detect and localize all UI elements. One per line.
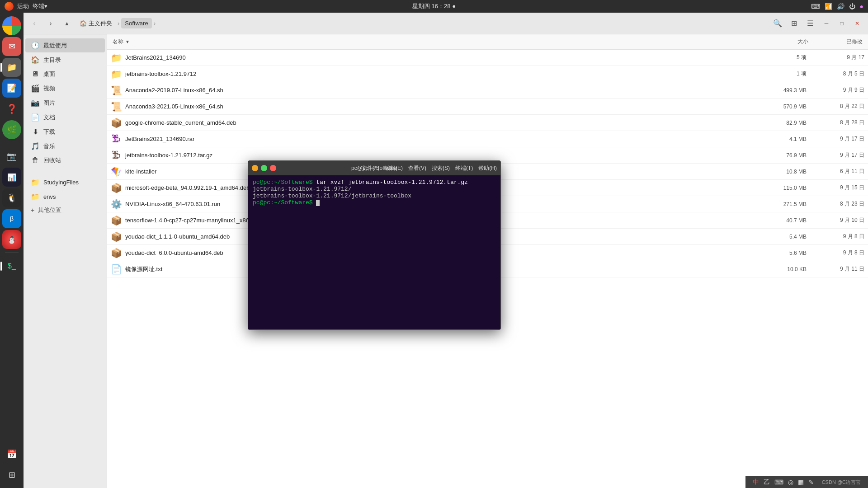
- activities-label[interactable]: 活动: [17, 2, 29, 10]
- taskbar-penguin[interactable]: 🐧: [2, 188, 21, 207]
- taskbar-camera[interactable]: 📷: [2, 147, 21, 166]
- file-icon: 📦: [111, 117, 122, 128]
- sidebar-item-pictures[interactable]: 📷 图片: [25, 96, 105, 110]
- terminal-output-2: jetbrains-toolbox-1.21.9712/jetbrains-to…: [253, 192, 411, 199]
- breadcrumb-home[interactable]: 🏠 主文件夹: [76, 18, 116, 29]
- terminal-window[interactable]: pc@pc: ~/Software 文件(F) 编辑(E) 查看(V) 搜索(S…: [248, 160, 501, 330]
- tray-input-2[interactable]: 乙: [764, 478, 770, 486]
- file-name: JetBrains2021_134690: [125, 54, 186, 61]
- file-name: jetbrains-toolbox-1.21.9712.tar.gz: [125, 152, 212, 159]
- ubuntu-logo[interactable]: [5, 2, 14, 11]
- taskbar-grid[interactable]: ⊞: [2, 465, 21, 484]
- sidebar-add-location[interactable]: + 其他位置: [25, 204, 105, 216]
- sidebar-item-recent[interactable]: 🕐 最近使用: [25, 38, 105, 52]
- file-size: 1 项: [756, 70, 810, 78]
- col-size[interactable]: 大小: [756, 36, 810, 47]
- sidebar-item-documents[interactable]: 📄 文档: [25, 110, 105, 124]
- power-icon[interactable]: ⏻: [849, 3, 855, 10]
- file-name-cell: 🗜 jetbrains-toolbox-1.21.9712.tar.gz: [111, 150, 756, 161]
- sidebar-item-downloads[interactable]: ⬇ 下载: [25, 125, 105, 139]
- file-size: 4.1 MB: [756, 136, 810, 142]
- downloads-icon: ⬇: [31, 127, 40, 136]
- table-row[interactable]: 📜 Anaconda3-2021.05-Linux-x86_64.sh 570.…: [107, 99, 868, 115]
- terminal-minimize[interactable]: [252, 165, 258, 171]
- app-menu-label[interactable]: 终端▾: [33, 2, 47, 10]
- table-row[interactable]: 📜 Anaconda2-2019.07-Linux-x86_64.sh 499.…: [107, 82, 868, 99]
- sidebar-item-studyingfiles[interactable]: 📁 StudyingFiles: [25, 175, 105, 189]
- terminal-body[interactable]: pc@pc:~/Software$ tar xvzf jetbrains-too…: [248, 175, 500, 329]
- home-icon: 🏠: [80, 20, 87, 27]
- forward-button[interactable]: ›: [43, 16, 58, 31]
- file-size: 5.6 MB: [756, 250, 810, 256]
- taskbar-email[interactable]: ✉: [2, 37, 21, 56]
- tray-icon-circle[interactable]: ◎: [788, 479, 793, 486]
- system-menu-icon[interactable]: ●: [860, 3, 863, 10]
- table-row[interactable]: 🗜 JetBrains2021_134690.rar 4.1 MB 9 月 17…: [107, 131, 868, 147]
- file-icon: 📄: [111, 264, 122, 275]
- terminal-line-4: pc@pc:~/Software$: [253, 199, 496, 206]
- terminal-maximize[interactable]: [261, 165, 267, 171]
- sidebar-item-envs[interactable]: 📁 envs: [25, 190, 105, 204]
- file-date: 8 月 5 日: [810, 70, 864, 78]
- file-size: 10.0 KB: [756, 266, 810, 272]
- network-icon[interactable]: 📶: [825, 3, 832, 10]
- file-date: 9 月 17 日: [810, 135, 864, 143]
- sidebar-item-desktop[interactable]: 🖥 桌面: [25, 67, 105, 81]
- tray-icon-grid[interactable]: ▦: [798, 479, 804, 486]
- volume-icon[interactable]: 🔊: [837, 3, 844, 10]
- taskbar-calendar[interactable]: 📅: [2, 445, 21, 464]
- file-size: 5.4 MB: [756, 234, 810, 240]
- tray-input-3[interactable]: ⌨: [774, 479, 783, 486]
- file-date: 9 月 9 日: [810, 86, 864, 94]
- topbar-left: 活动 终端▾: [5, 2, 47, 11]
- taskbar-files[interactable]: 📁: [2, 58, 21, 77]
- table-row[interactable]: 📦 google-chrome-stable_current_amd64.deb…: [107, 115, 868, 131]
- window-minimize[interactable]: ─: [819, 16, 834, 31]
- file-icon: 🗜: [111, 150, 122, 161]
- sidebar-item-trash[interactable]: 🗑 回收站: [25, 154, 105, 167]
- view-toggle-button[interactable]: ⊞: [787, 16, 801, 31]
- trash-icon: 🗑: [31, 156, 40, 164]
- window-maximize[interactable]: □: [835, 16, 849, 31]
- sidebar-item-home[interactable]: 🏠 主目录: [25, 53, 105, 67]
- taskbar-terminal[interactable]: $_: [2, 257, 21, 276]
- taskbar-app1[interactable]: 🌿: [2, 120, 21, 139]
- videos-icon: 🎬: [31, 84, 40, 93]
- terminal-menu-search[interactable]: 搜索(S): [432, 164, 450, 172]
- breadcrumb-current[interactable]: Software: [121, 18, 151, 28]
- taskbar-help[interactable]: ❓: [2, 99, 21, 118]
- taskbar-edge[interactable]: β: [2, 209, 21, 228]
- terminal-menu-terminal[interactable]: 终端(T): [455, 164, 473, 172]
- menu-button[interactable]: ☰: [803, 16, 817, 31]
- terminal-menu-help[interactable]: 帮助(H): [478, 164, 497, 172]
- taskbar-monitor[interactable]: 📊: [2, 168, 21, 187]
- sidebar-item-videos[interactable]: 🎬 视频: [25, 81, 105, 95]
- taskbar-red-app[interactable]: ⛄: [2, 230, 21, 249]
- file-icon: 📦: [111, 248, 122, 258]
- file-name: NVIDIA-Linux-x86_64-470.63.01.run: [125, 201, 220, 207]
- file-name-cell: 📁 jetbrains-toolbox-1.21.9712: [111, 69, 756, 80]
- terminal-menu-view[interactable]: 查看(V): [408, 164, 426, 172]
- table-row[interactable]: 📁 JetBrains2021_134690 5 项 9 月 17: [107, 50, 868, 66]
- up-button[interactable]: ▲: [60, 16, 74, 31]
- back-button[interactable]: ‹: [27, 16, 42, 31]
- terminal-titlebar: pc@pc: ~/Software 文件(F) 编辑(E) 查看(V) 搜索(S…: [248, 161, 500, 175]
- col-modified[interactable]: 已修改: [810, 36, 864, 47]
- search-button[interactable]: 🔍: [770, 16, 785, 31]
- col-name[interactable]: 名称 ▼: [111, 36, 756, 47]
- tray-icon-pen[interactable]: ✎: [808, 479, 814, 486]
- add-icon: +: [31, 206, 34, 214]
- window-close[interactable]: ✕: [850, 16, 864, 31]
- taskbar-chrome[interactable]: [2, 16, 21, 35]
- table-row[interactable]: 📁 jetbrains-toolbox-1.21.9712 1 项 8 月 5 …: [107, 66, 868, 82]
- system-tray: 中 乙 ⌨ ◎ ▦ ✎ CSDN @C语言官: [745, 476, 868, 488]
- file-name: JetBrains2021_134690.rar: [125, 136, 194, 142]
- keyboard-icon[interactable]: ⌨: [811, 3, 820, 10]
- breadcrumb: 🏠 主文件夹 › Software ›: [76, 18, 769, 29]
- terminal-close[interactable]: [270, 165, 276, 171]
- taskbar-libreoffice[interactable]: 📝: [2, 79, 21, 98]
- tray-input-zh[interactable]: 中: [753, 478, 759, 486]
- taskbar: ✉ 📁 📝 ❓ 🌿 📷 📊 🐧 β ⛄ $_ 📅 ⊞: [0, 13, 24, 488]
- sidebar-item-music[interactable]: 🎵 音乐: [25, 139, 105, 153]
- file-name: google-chrome-stable_current_amd64.deb: [125, 119, 236, 126]
